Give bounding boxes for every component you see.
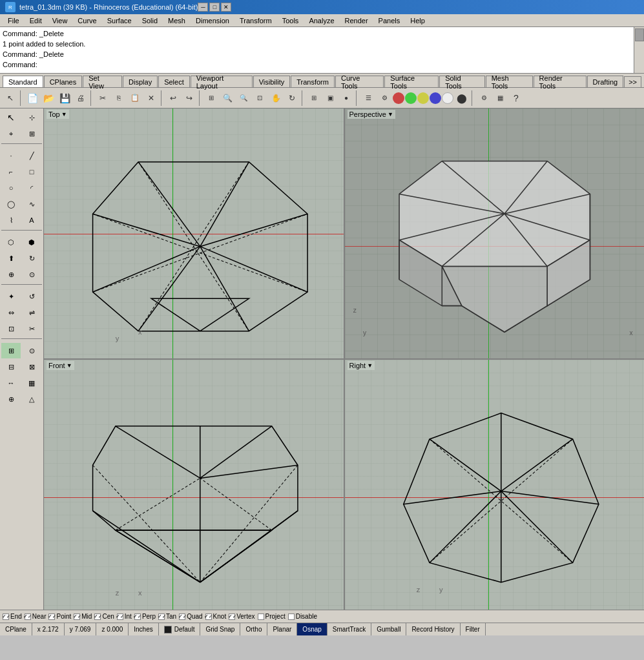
trim-btn[interactable]: ✂ [22,321,41,336]
material-red-button[interactable] [393,92,404,104]
filter-button[interactable]: Filter [461,623,486,635]
select-alt-btn[interactable]: ⊹ [22,110,41,125]
pan-button[interactable]: ✋ [268,90,284,106]
extrude-btn[interactable]: ⬆ [1,251,21,266]
snap-quad-checkbox[interactable]: ✓ [179,614,185,620]
menu-help[interactable]: Help [405,15,430,26]
snap-cen[interactable]: ✓ Cen [94,613,114,620]
osnap-button[interactable]: Osnap [297,623,327,635]
viewport-button[interactable]: ⊞ [306,90,322,106]
snap-int-checkbox[interactable]: ✓ [117,614,123,620]
help-button[interactable]: ? [508,90,524,106]
delete-button[interactable]: ✕ [143,90,159,106]
dim-btn[interactable]: ↔ [1,375,21,391]
snap-perp[interactable]: ✓ Perp [134,613,156,620]
title-bar-buttons[interactable]: ─ □ ✕ [198,3,231,12]
scale-btn[interactable]: ⇔ [1,305,21,320]
command-scrollbar[interactable] [634,27,644,73]
tab-viewport-layout[interactable]: Viewport Layout [191,76,253,87]
tab-cplanes[interactable]: CPlanes [44,76,83,87]
menu-file[interactable]: File [3,15,25,26]
rotate-btn[interactable]: ↺ [22,289,41,304]
menu-panels[interactable]: Panels [373,15,406,26]
cut-button[interactable]: ✂ [95,90,110,106]
tab-render-tools[interactable]: Render Tools [534,76,587,87]
freeform-btn[interactable]: ⌇ [1,212,21,228]
grid-snap-btn[interactable]: ⊞ [1,343,21,358]
snap-point-checkbox[interactable]: ✓ [48,614,55,620]
snap-settings-button[interactable]: ⚙ [476,90,492,106]
surface-btn[interactable]: ⬡ [1,234,21,250]
viewport-right[interactable]: Right ▼ [345,360,645,610]
undo-button[interactable]: ↩ [165,90,181,106]
filter-btn[interactable]: ⊞ [22,126,41,141]
menu-edit[interactable]: Edit [25,15,47,26]
menu-tools[interactable]: Tools [277,15,304,26]
select-tool-button[interactable]: ↖ [3,90,18,106]
snap-mid-checkbox[interactable]: ✓ [74,614,80,620]
viewport-top[interactable]: Top ▼ [44,108,344,358]
rotate-view-button[interactable]: ↻ [284,90,300,106]
menu-surface[interactable]: Surface [102,15,137,26]
menu-transform[interactable]: Transform [234,15,277,26]
grid-snap-button[interactable]: Grid Snap [200,623,240,635]
tab-surface-tools[interactable]: Surface Tools [384,76,439,87]
snap-project[interactable]: Project [258,613,286,620]
tab-set-view[interactable]: Set View [83,76,122,87]
gumball-button[interactable]: Gumball [371,623,406,635]
menu-analyze[interactable]: Analyze [304,15,339,26]
rect-btn[interactable]: □ [22,164,41,180]
array-btn[interactable]: ⊡ [1,321,21,336]
menu-mesh[interactable]: Mesh [163,15,191,26]
snap-knot[interactable]: ✓ Knot [205,613,227,620]
snap-point[interactable]: ✓ Point [48,613,71,620]
print-button[interactable]: 🖨 [73,90,88,106]
menu-solid[interactable]: Solid [137,15,163,26]
leader-btn[interactable]: △ [22,391,41,407]
zoom-out-button[interactable]: 🔍 [236,90,251,106]
hatch-btn[interactable]: ▦ [22,375,41,391]
snap-int[interactable]: ✓ Int [117,613,132,620]
move-btn[interactable]: ✦ [1,289,21,304]
menu-view[interactable]: View [47,15,73,26]
text-btn[interactable]: A [22,212,41,228]
material-white-button[interactable] [442,92,453,104]
render-button[interactable]: ● [338,90,354,106]
tab-transform[interactable]: Transform [291,76,335,87]
boolean-btn[interactable]: ⊕ [1,267,21,282]
tab-drafting[interactable]: Drafting [587,76,624,87]
command-input[interactable] [37,61,641,68]
redo-button[interactable]: ↪ [182,90,197,106]
snap-end-checkbox[interactable]: ✓ [3,614,9,620]
point-btn[interactable]: · [1,148,21,163]
viewport-front[interactable]: Front ▼ [44,360,344,610]
right-viewport-label[interactable]: Right ▼ [348,361,375,370]
snap-vertex-checkbox[interactable]: ✓ [229,614,235,620]
polyline-btn[interactable]: ⌐ [1,164,21,180]
menu-render[interactable]: Render [340,15,373,26]
select-btn[interactable]: ↖ [1,110,21,125]
display-settings-button[interactable]: ▦ [492,90,508,106]
solid-btn[interactable]: ⬢ [22,234,41,250]
arc-btn[interactable]: ◜ [22,180,41,196]
material-yellow-button[interactable] [417,92,429,104]
material-sphere-button[interactable]: ⬤ [454,90,470,106]
menu-curve[interactable]: Curve [72,15,101,26]
layer-indicator[interactable]: Default [159,623,201,635]
mirror-btn[interactable]: ⇌ [22,305,41,320]
cplane-btn[interactable]: ⊟ [1,359,21,375]
snap-near[interactable]: ✓ Near [25,613,47,620]
tab-select[interactable]: Select [158,76,190,87]
wire-button[interactable]: ▣ [322,90,338,106]
planar-button[interactable]: Planar [267,623,297,635]
snap-project-checkbox[interactable] [258,614,264,620]
offset-btn[interactable]: ⊙ [22,267,41,282]
tab-curve-tools[interactable]: Curve Tools [335,76,384,87]
material-blue-button[interactable] [430,92,441,104]
snap-disable[interactable]: Disable [288,613,317,620]
front-viewport-label[interactable]: Front ▼ [47,361,74,370]
zoom-select-button[interactable]: ⊡ [252,90,267,106]
tab-display[interactable]: Display [123,76,158,87]
tab-mesh-tools[interactable]: Mesh Tools [486,76,533,87]
layer-button[interactable]: ☰ [360,90,376,106]
